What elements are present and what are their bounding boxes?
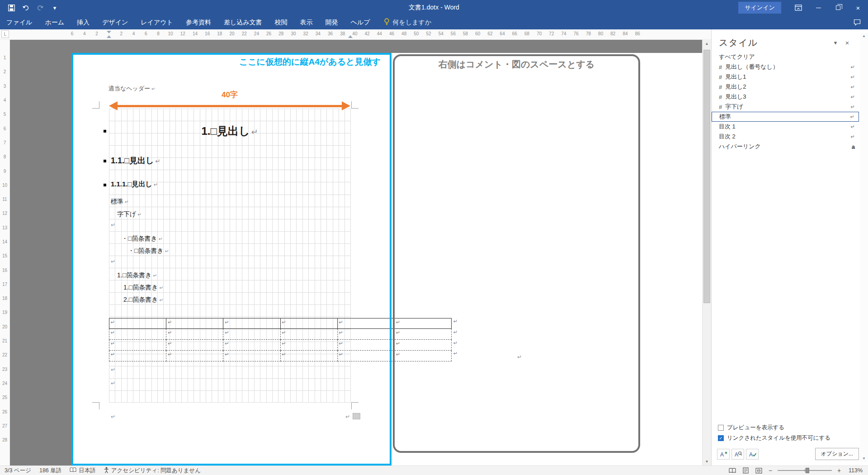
- scroll-up-icon[interactable]: ▲: [860, 33, 868, 39]
- ribbon-tab[interactable]: ホーム: [38, 15, 71, 29]
- table-cell[interactable]: ↵: [166, 318, 223, 329]
- doc-numbered-line-1[interactable]: 1.□箇条書き↵: [117, 271, 157, 280]
- style-item-heading2[interactable]: #見出し2↵: [712, 82, 859, 92]
- table-cell[interactable]: ↵: [109, 351, 166, 361]
- minimize-button[interactable]: [808, 0, 828, 15]
- pane-chevron-down-icon[interactable]: ▾: [830, 39, 841, 46]
- show-preview-checkbox[interactable]: プレビューを表示する: [712, 423, 859, 433]
- scrollbar-thumb[interactable]: [703, 50, 710, 303]
- styles-pane-scrollbar[interactable]: ▲ ▼: [860, 33, 868, 462]
- pane-close-icon[interactable]: ×: [842, 39, 853, 47]
- manage-styles-button[interactable]: A: [746, 449, 759, 460]
- table-cell[interactable]: ↵: [395, 329, 452, 340]
- table-cell[interactable]: ↵: [223, 351, 280, 361]
- table-cell[interactable]: ↵: [109, 318, 166, 329]
- ribbon-tab[interactable]: デザイン: [96, 15, 134, 29]
- table-cell[interactable]: ↵: [109, 329, 166, 340]
- style-item-normal[interactable]: 標準↵: [712, 112, 859, 122]
- accessibility-status[interactable]: アクセシビリティ: 問題ありません: [104, 467, 201, 475]
- table-cell[interactable]: ↵: [166, 329, 223, 340]
- table-cell[interactable]: ↵: [166, 340, 223, 351]
- read-mode-icon[interactable]: [728, 467, 737, 475]
- scroll-down-icon[interactable]: ▼: [703, 458, 711, 466]
- right-indent-marker[interactable]: [348, 35, 353, 38]
- redo-icon[interactable]: [34, 2, 46, 14]
- restore-button[interactable]: [828, 0, 848, 15]
- scroll-down-icon[interactable]: ▼: [860, 456, 868, 462]
- doc-indent-line[interactable]: 字下げ↵: [117, 210, 142, 218]
- proofing-status[interactable]: 日本語: [70, 467, 96, 475]
- ribbon-tab[interactable]: レイアウト: [134, 15, 179, 29]
- doc-numbered-line-2[interactable]: 1.□箇条書き↵: [123, 284, 163, 292]
- ribbon-tab[interactable]: ヘルプ: [344, 15, 377, 29]
- ribbon-tab[interactable]: 校閲: [269, 15, 294, 29]
- ribbon-tab[interactable]: 参考資料: [179, 15, 217, 29]
- tab-selector-icon[interactable]: L: [1, 30, 9, 38]
- new-style-button[interactable]: A: [717, 449, 730, 460]
- save-icon[interactable]: [5, 2, 17, 14]
- undo-icon[interactable]: [20, 2, 32, 14]
- style-item-indent[interactable]: #字下げ↵: [712, 102, 859, 112]
- doc-numbered-line-3[interactable]: 2.□箇条書き↵: [123, 296, 163, 304]
- table-cell[interactable]: ↵: [109, 340, 166, 351]
- table-cell[interactable]: ↵: [223, 318, 280, 329]
- table-cell[interactable]: ↵: [395, 318, 452, 329]
- hanging-indent-marker[interactable]: [107, 35, 111, 38]
- table-cell[interactable]: ↵: [281, 329, 338, 340]
- web-layout-icon[interactable]: [754, 467, 763, 475]
- table-cell[interactable]: ↵: [395, 340, 452, 351]
- table-cell[interactable]: ↵: [281, 318, 338, 329]
- style-item-clear-all[interactable]: すべてクリア: [712, 52, 859, 62]
- zoom-percentage[interactable]: 113%: [846, 467, 863, 474]
- ribbon-tab[interactable]: 表示: [294, 15, 319, 29]
- doc-bullet-line-2[interactable]: ・□箇条書き↵: [128, 247, 169, 255]
- style-item-toc-1[interactable]: 目次 1↵: [712, 122, 859, 132]
- style-inspector-button[interactable]: A: [731, 449, 744, 460]
- style-item-hyperlink[interactable]: ハイパーリンクa: [712, 142, 859, 152]
- style-item-heading3[interactable]: #見出し3↵: [712, 92, 859, 102]
- table-cell[interactable]: ↵: [338, 351, 395, 361]
- qat-customize-icon[interactable]: ▾: [49, 2, 61, 14]
- feedback-icon[interactable]: [854, 19, 861, 26]
- options-button[interactable]: オプション...: [815, 448, 859, 460]
- vertical-ruler[interactable]: 1234567891011121314151617181920212223242…: [0, 40, 10, 466]
- style-item-heading1[interactable]: #見出し1↵: [712, 72, 859, 82]
- doc-heading1[interactable]: 1.□見出し↵: [109, 124, 350, 138]
- doc-bullet-line-1[interactable]: ・□箇条書き↵: [122, 235, 163, 243]
- style-item-heading-unnumbered[interactable]: #見出し（番号なし）↵: [712, 62, 859, 72]
- doc-heading2[interactable]: 1.1.□見出し↵: [111, 155, 160, 166]
- ribbon-tab[interactable]: 挿入: [71, 15, 96, 29]
- first-line-indent-marker[interactable]: [107, 31, 111, 33]
- scroll-up-icon[interactable]: ▲: [703, 40, 711, 48]
- ribbon-tab[interactable]: 開発: [319, 15, 344, 29]
- close-button[interactable]: ×: [848, 0, 868, 15]
- table-cell[interactable]: ↵: [395, 351, 452, 361]
- signin-button[interactable]: サインイン: [738, 2, 781, 14]
- document-table[interactable]: ↵↵↵↵↵↵ ↵↵↵↵↵↵ ↵↵↵↵↵↵ ↵↵↵↵↵↵: [109, 318, 452, 361]
- horizontal-ruler[interactable]: L 64224681012141618202224262830323436384…: [0, 29, 711, 40]
- table-cell[interactable]: ↵: [166, 351, 223, 361]
- width-annotation-arrow[interactable]: 40字: [109, 100, 350, 112]
- table-cell[interactable]: ↵: [281, 340, 338, 351]
- table-cell[interactable]: ↵: [223, 329, 280, 340]
- table-cell[interactable]: ↵: [338, 318, 395, 329]
- zoom-out-button[interactable]: −: [767, 467, 774, 474]
- document-vertical-scrollbar[interactable]: ▲ ▼: [702, 40, 711, 466]
- tell-me-box[interactable]: 何をしますか: [384, 18, 432, 27]
- ribbon-tab[interactable]: ファイル: [0, 15, 38, 29]
- print-layout-icon[interactable]: [741, 467, 750, 475]
- disable-linked-styles-checkbox[interactable]: ✓ リンクされたスタイルを使用不可にする: [712, 433, 859, 443]
- document-canvas[interactable]: 適当なヘッダー↵ 40字 1.□見出し↵ 1.1.□見出し↵ 1.1.1.□見出…: [10, 40, 702, 466]
- table-cell[interactable]: ↵: [281, 351, 338, 361]
- table-cell[interactable]: ↵: [338, 329, 395, 340]
- word-count-status[interactable]: 186 単語: [39, 467, 61, 475]
- table-cell[interactable]: ↵: [338, 340, 395, 351]
- ribbon-tab[interactable]: 差し込み文書: [217, 15, 269, 29]
- table-cell[interactable]: ↵: [223, 340, 280, 351]
- zoom-slider[interactable]: [778, 470, 832, 471]
- style-item-toc-2[interactable]: 目次 2↵: [712, 132, 859, 142]
- page-number-status[interactable]: 3/3 ページ: [5, 467, 31, 475]
- ribbon-display-options-icon[interactable]: [788, 0, 808, 15]
- zoom-in-button[interactable]: +: [836, 467, 842, 474]
- zoom-slider-thumb[interactable]: [806, 468, 809, 473]
